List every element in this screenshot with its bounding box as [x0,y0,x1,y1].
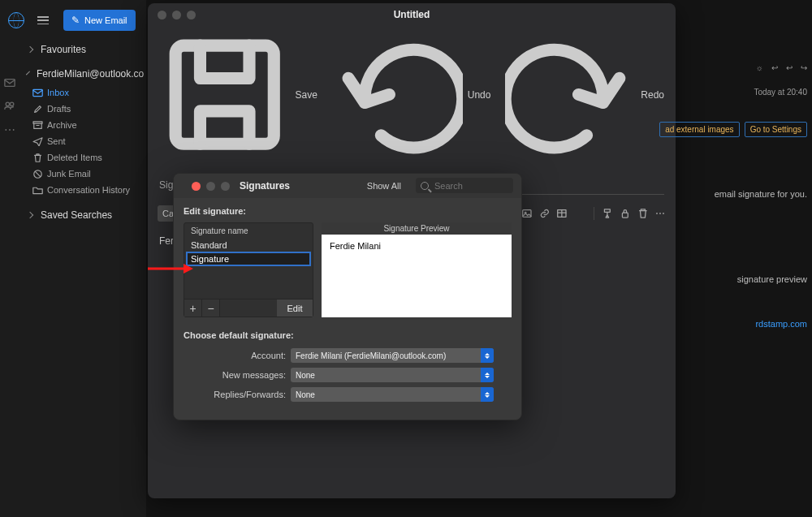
new-messages-select[interactable]: None [291,368,494,382]
menu-icon[interactable] [37,16,49,24]
modal-traffic-lights[interactable] [182,182,230,191]
sidebar-item-inbox[interactable]: Inbox [19,84,146,101]
preview-body: Ferdie Milani [322,235,512,317]
chevron-updown-icon [481,368,494,382]
account-select[interactable]: Ferdie Milani (FerdieMilani@outlook.com) [291,348,494,363]
new-email-button[interactable]: ✎ New Email [63,10,136,31]
sidebar-item-deleted-items[interactable]: Deleted Items [19,149,146,166]
lock-button[interactable] [620,205,631,222]
traffic-lights[interactable] [148,11,196,19]
edit-signature-label: Edit signature: [184,206,512,216]
sidebar-item-archive[interactable]: Archive [19,117,146,133]
svg-point-1 [6,102,9,106]
redo-button[interactable]: Redo [505,29,664,160]
saved-searches-label: Saved Searches [41,209,112,221]
remove-signature-button[interactable]: − [202,299,220,317]
window-title: Untitled [148,9,676,20]
background-link[interactable]: rdstamp.com [755,319,807,329]
sidebar-item-label: Deleted Items [47,153,102,162]
saved-searches-header[interactable]: Saved Searches [19,206,146,224]
signature-rename-input[interactable] [188,253,309,265]
delete-button[interactable] [637,205,649,222]
sidebar-item-label: Archive [47,120,77,130]
sidebar-item-junk-email[interactable]: Junk Email [19,166,146,182]
new-messages-label: New messages: [184,370,291,380]
picture-button[interactable] [521,205,533,222]
signature-list-header: Signature name [184,223,313,239]
show-all-button[interactable]: Show All [367,181,401,191]
favourites-header[interactable]: Favourites [19,41,146,58]
choose-default-label: Choose default signature: [184,330,512,340]
message-time: Today at 20:40 [754,88,807,97]
signatures-modal: Signatures Show All Edit signature: Sign… [173,173,522,420]
new-email-label: New Email [84,15,127,25]
compose-icon: ✎ [71,15,80,26]
undo-button[interactable]: Undo [332,29,491,160]
table-button[interactable] [556,205,568,222]
sidebar-item-label: Drafts [47,104,71,114]
reply-all-icon[interactable]: ↩ [786,63,793,72]
sent-icon [32,137,43,146]
background-text-1: email signature for you. [715,189,807,199]
load-images-button[interactable]: ad external images [659,122,740,137]
account-header[interactable]: FerdieMilani@outlook.co [19,65,146,83]
sidebar-item-label: Sent [47,136,66,146]
chevron-updown-icon [481,387,494,402]
format-painter-button[interactable] [602,205,613,222]
window-titlebar[interactable]: Untitled [148,3,676,26]
sidebar-item-label: Inbox [47,88,69,97]
add-signature-button[interactable]: + [184,299,202,317]
preferences-search[interactable] [416,178,513,193]
chevron-updown-icon [481,348,494,363]
mail-rail-icon[interactable] [4,78,15,88]
go-to-settings-button[interactable]: Go to Settings [745,122,807,137]
forward-icon[interactable]: ↪ [801,63,807,72]
svg-rect-6 [175,45,274,144]
signature-list: Signature name Standard + − Edit [184,222,313,317]
favourites-label: Favourites [41,44,86,55]
left-rail: ⋯ [0,75,19,517]
search-input[interactable] [433,180,506,192]
dropdown-icon[interactable] [574,205,585,222]
signature-preview-panel: Signature Preview Ferdie Milani [322,222,512,317]
save-button[interactable]: Save [159,29,317,160]
more-rail-icon[interactable]: ⋯ [4,123,15,136]
people-rail-icon[interactable] [4,101,15,110]
sidebar: ✎ New Email ⋯ Favourites FerdieMilani@ou… [0,0,146,517]
signatures-title: Signatures [240,180,290,192]
close-icon[interactable] [192,182,201,191]
account-label: FerdieMilani@outlook.co [37,68,144,80]
reply-icon[interactable]: ↩ [771,63,778,72]
header-actions: ☼ ↩ ↩ ↪ [756,63,807,72]
signature-row[interactable]: Standard [184,239,313,252]
junk-icon [32,170,43,179]
globe-icon [8,12,24,28]
sidebar-item-label: Junk Email [47,169,91,179]
svg-rect-0 [5,80,15,87]
brightness-icon[interactable]: ☼ [756,63,763,72]
background-text-2: signature preview [737,274,807,284]
folder-icon [32,186,43,195]
replies-select[interactable]: None [291,387,494,402]
more-format-button[interactable]: ⋯ [654,205,666,222]
link-button[interactable] [539,205,551,222]
sidebar-item-sent[interactable]: Sent [19,133,146,149]
sidebar-item-conversation-history[interactable]: Conversation History [19,182,146,198]
signature-row-editing[interactable] [186,252,311,266]
sidebar-item-drafts[interactable]: Drafts [19,101,146,117]
save-label: Save [295,89,317,101]
sidebar-item-label: Conversation History [47,185,130,195]
search-icon [421,182,429,190]
svg-point-2 [10,102,13,106]
edit-signature-button[interactable]: Edit [277,299,313,317]
replies-label: Replies/Forwards: [184,390,291,399]
inbox-icon [32,88,43,97]
signatures-titlebar[interactable]: Signatures Show All [174,174,521,198]
svg-rect-3 [33,89,42,96]
message-banner-buttons: ad external images Go to Settings [659,122,807,137]
svg-rect-10 [523,210,531,218]
redo-label: Redo [641,89,664,101]
account-label: Account: [184,351,291,360]
folder-list: InboxDraftsArchiveSentDeleted ItemsJunk … [19,83,146,206]
archive-icon [32,121,43,130]
